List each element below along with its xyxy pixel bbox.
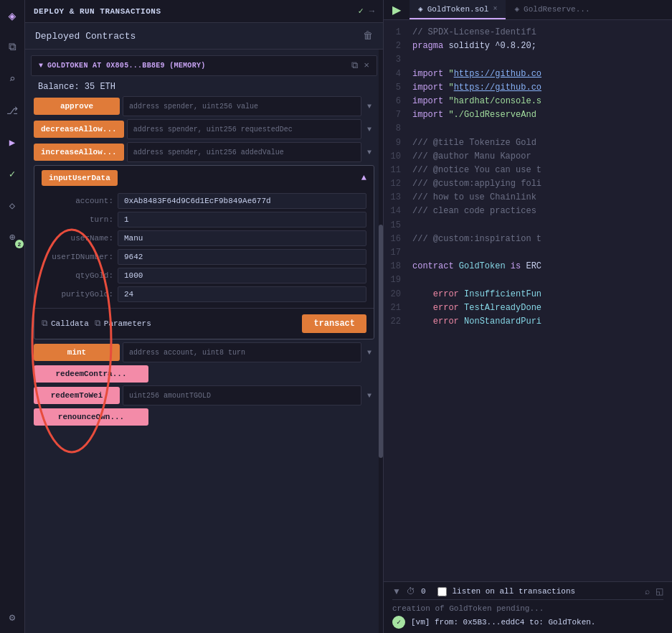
code-line-16: 16 /// @custom:inspiration t — [384, 233, 672, 246]
mint-chevron[interactable]: ▼ — [364, 346, 374, 360]
username-label: userName: — [42, 234, 113, 243]
parameters-icon: ⧉ — [95, 319, 101, 329]
arrow-icon[interactable]: → — [369, 6, 374, 17]
terminal-search-icon[interactable]: ⌕ — [645, 586, 650, 596]
purity-input[interactable] — [118, 286, 366, 302]
approve-button[interactable]: approve — [34, 98, 120, 115]
terminal-clock-icon[interactable]: ⏱ — [407, 586, 415, 596]
contract-copy-icon[interactable]: ⧉ — [351, 60, 358, 71]
parameters-label: Parameters — [104, 319, 151, 328]
account-label: account: — [42, 197, 113, 205]
code-line-10: 10 /// @author Manu Kapoor — [384, 150, 672, 164]
increase-allow-button[interactable]: increaseAllow... — [34, 144, 124, 161]
qty-label: qtyGold: — [42, 271, 113, 280]
decrease-chevron[interactable]: ▼ — [364, 123, 374, 136]
code-line-2: 2 pragma solidity ^0.8.20; — [384, 39, 672, 53]
terminal-content: creation of GoldToken pending... ✓ [vm] … — [392, 604, 663, 629]
redeem-to-wei-button[interactable]: redeemToWei — [34, 387, 120, 404]
code-line-4: 4 import "https://github.co — [384, 67, 672, 81]
tab-goldreserve[interactable]: ◈ GoldReserve... — [506, 0, 598, 19]
code-line-17: 17 — [384, 246, 672, 260]
field-row-purity: purityGold: — [42, 286, 366, 302]
terminal-clear-icon[interactable]: ◱ — [656, 586, 663, 596]
terminal-tx-line: ✓ [vm] from: 0x5B3...eddC4 to: GoldToken… — [392, 616, 663, 629]
userid-label: userIDNumber: — [42, 253, 113, 261]
listen-label: listen on all transactions — [453, 587, 576, 596]
logo-icon: ◈ — [2, 6, 22, 26]
plugin-icon[interactable]: ⊕ 2 — [2, 227, 22, 247]
calldata-link[interactable]: ⧉ Calldata — [42, 319, 89, 329]
turn-input[interactable] — [118, 212, 366, 228]
parameters-link[interactable]: ⧉ Parameters — [95, 319, 151, 329]
decrease-allow-button[interactable]: decreaseAllow... — [34, 121, 124, 138]
contracts-body: ▼ GOLDTOKEN AT 0X805...BB8E9 (MEMORY) ⧉ … — [25, 50, 383, 437]
scrollbar-track — [379, 50, 383, 633]
increase-params: address spender, uint256 addedValue — [127, 142, 361, 162]
panel-title: DEPLOY & RUN TRANSACTIONS — [34, 7, 161, 16]
contract-chevron[interactable]: ▼ — [39, 62, 43, 70]
code-line-12: 12 /// @custom:applying foli — [384, 177, 672, 191]
turn-label: turn: — [42, 215, 113, 224]
listen-checkbox[interactable] — [437, 587, 447, 596]
scrollbar-thumb[interactable] — [379, 225, 383, 458]
search-icon[interactable]: ⌕ — [2, 69, 22, 89]
contract-title-bar: ▼ GOLDTOKEN AT 0X805...BB8E9 (MEMORY) ⧉ … — [31, 55, 377, 76]
files-icon[interactable]: ⧉ — [2, 37, 22, 57]
account-input[interactable] — [118, 193, 366, 209]
run-button[interactable]: ▶ — [389, 1, 404, 18]
expanded-fn-actions: ⧉ Calldata ⧉ Parameters transact — [34, 308, 374, 339]
deploy-panel-inner: ▼ GOLDTOKEN AT 0X805...BB8E9 (MEMORY) ⧉ … — [25, 50, 383, 633]
deploy-icon[interactable]: ▶ — [2, 132, 22, 152]
userid-input[interactable] — [118, 249, 366, 265]
contract-close-icon[interactable]: × — [364, 60, 369, 71]
redeem-contra-button[interactable]: redeemContra... — [34, 365, 148, 383]
renounce-button[interactable]: renounceOwn... — [34, 408, 148, 426]
code-lines: 1 // SPDX-License-Identifi 2 pragma soli… — [384, 20, 672, 581]
code-line-8: 8 — [384, 122, 672, 136]
code-area: 1 // SPDX-License-Identifi 2 pragma soli… — [384, 20, 672, 633]
field-row-userid: userIDNumber: — [42, 249, 366, 265]
code-line-1: 1 // SPDX-License-Identifi — [384, 26, 672, 39]
tab-goldtoken-close[interactable]: × — [493, 5, 497, 13]
approve-chevron[interactable]: ▼ — [364, 100, 374, 113]
code-line-9: 9 /// @title Tokenize Gold — [384, 136, 672, 150]
fn-row-decrease: decreaseAllow... address spender, uint25… — [34, 119, 374, 139]
redeem-wei-chevron[interactable]: ▼ — [364, 389, 374, 403]
code-line-21: 21 error TestAlreadyDone — [384, 301, 672, 315]
deployed-contracts-header: Deployed Contracts 🗑 — [25, 23, 383, 50]
expanded-fn-header: inputUserData ▲ — [34, 166, 374, 190]
increase-chevron[interactable]: ▼ — [364, 146, 374, 159]
transact-button[interactable]: transact — [302, 314, 366, 333]
qty-input[interactable] — [118, 268, 366, 283]
calldata-label: Calldata — [51, 319, 89, 328]
verify-icon[interactable]: ✓ — [2, 164, 22, 184]
approve-params: address spender, uint256 value — [123, 96, 361, 116]
terminal-collapse-icon[interactable]: ▼ — [392, 586, 401, 596]
field-row-username: userName: — [42, 230, 366, 246]
fn-row-redeem-wei: redeemToWei uint256 amountTGOLD ▼ — [34, 385, 374, 405]
deploy-panel: DEPLOY & RUN TRANSACTIONS ✓ → Deployed C… — [25, 0, 384, 633]
mint-button[interactable]: mint — [34, 344, 120, 361]
tab-goldtoken-label: GoldToken.sol — [427, 5, 489, 14]
terminal-count: 0 — [421, 587, 426, 596]
terminal-creation-msg: creation of GoldToken pending... — [392, 604, 663, 613]
code-line-6: 6 import "hardhat/console.s — [384, 95, 672, 108]
git-icon[interactable]: ⎇ — [2, 100, 22, 121]
username-input[interactable] — [118, 230, 366, 246]
code-line-20: 20 error InsufficientFun — [384, 288, 672, 301]
tab-goldtoken[interactable]: ◈ GoldToken.sol × — [410, 0, 506, 19]
terminal: ▼ ⏱ 0 listen on all transactions ⌕ ◱ cre… — [384, 581, 672, 633]
field-row-qty: qtyGold: — [42, 268, 366, 283]
diamond-icon[interactable]: ◇ — [2, 195, 22, 215]
plugin-badge: 2 — [15, 240, 24, 248]
check-icon[interactable]: ✓ — [359, 6, 364, 17]
input-user-data-button[interactable]: inputUserData — [42, 170, 118, 186]
input-user-data-expanded: inputUserData ▲ account: turn: — [34, 165, 374, 339]
settings-icon[interactable]: ⚙ — [2, 607, 22, 627]
trash-icon[interactable]: 🗑 — [363, 30, 373, 42]
expanded-fn-chevron[interactable]: ▲ — [361, 173, 366, 183]
fn-row-mint: mint address account, uint8 turn ▼ — [34, 342, 374, 362]
panel-header-icons: ✓ → — [359, 6, 374, 17]
code-line-14: 14 /// clean code practices — [384, 205, 672, 218]
fn-row-redeem-contra: redeemContra... — [34, 365, 374, 383]
